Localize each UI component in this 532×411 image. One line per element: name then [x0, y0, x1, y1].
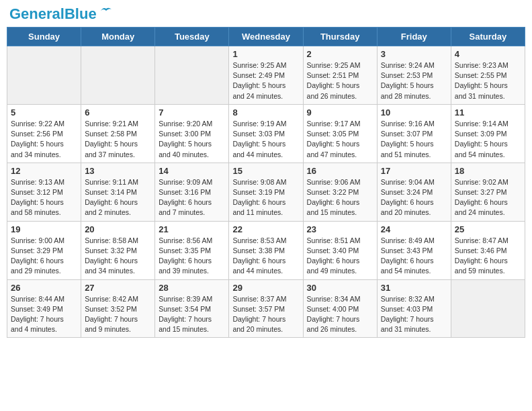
day-header-wednesday: Wednesday: [229, 28, 303, 46]
day-number: 27: [85, 283, 151, 293]
calendar-cell: 22Sunrise: 8:53 AMSunset: 3:38 PMDayligh…: [229, 221, 303, 279]
calendar-cell: 4Sunrise: 9:23 AMSunset: 2:55 PMDaylight…: [451, 46, 525, 105]
page-header: GeneralBlue: [7, 7, 525, 21]
calendar-cell: [451, 279, 525, 338]
logo: GeneralBlue: [9, 7, 113, 21]
calendar-cell: 11Sunrise: 9:14 AMSunset: 3:09 PMDayligh…: [451, 104, 525, 163]
day-info: Sunrise: 9:02 AMSunset: 3:27 PMDaylight:…: [455, 177, 521, 218]
calendar-cell: 13Sunrise: 9:11 AMSunset: 3:14 PMDayligh…: [81, 163, 155, 221]
calendar-cell: 2Sunrise: 9:25 AMSunset: 2:51 PMDaylight…: [303, 46, 377, 105]
calendar-week-row: 5Sunrise: 9:22 AMSunset: 2:56 PMDaylight…: [7, 104, 525, 163]
calendar-cell: 21Sunrise: 8:56 AMSunset: 3:35 PMDayligh…: [155, 221, 229, 279]
calendar-cell: 17Sunrise: 9:04 AMSunset: 3:24 PMDayligh…: [377, 163, 451, 221]
day-number: 1: [232, 49, 299, 59]
day-header-thursday: Thursday: [303, 28, 377, 46]
calendar-cell: 27Sunrise: 8:42 AMSunset: 3:52 PMDayligh…: [81, 279, 155, 338]
day-header-monday: Monday: [81, 28, 155, 46]
calendar-cell: 12Sunrise: 9:13 AMSunset: 3:12 PMDayligh…: [7, 163, 81, 221]
day-number: 21: [159, 224, 225, 234]
calendar-cell: 1Sunrise: 9:25 AMSunset: 2:49 PMDaylight…: [229, 46, 303, 105]
day-number: 3: [381, 49, 447, 59]
day-info: Sunrise: 8:42 AMSunset: 3:52 PMDaylight:…: [85, 294, 151, 335]
calendar-cell: 19Sunrise: 9:00 AMSunset: 3:29 PMDayligh…: [7, 221, 81, 279]
calendar-cell: 14Sunrise: 9:09 AMSunset: 3:16 PMDayligh…: [155, 163, 229, 221]
day-number: 31: [381, 283, 447, 293]
day-info: Sunrise: 9:16 AMSunset: 3:07 PMDaylight:…: [381, 119, 447, 160]
day-number: 10: [381, 107, 447, 118]
calendar-week-row: 12Sunrise: 9:13 AMSunset: 3:12 PMDayligh…: [7, 163, 525, 221]
calendar-cell: 20Sunrise: 8:58 AMSunset: 3:32 PMDayligh…: [81, 221, 155, 279]
day-info: Sunrise: 9:04 AMSunset: 3:24 PMDaylight:…: [381, 177, 447, 218]
day-info: Sunrise: 8:51 AMSunset: 3:40 PMDaylight:…: [307, 236, 373, 277]
day-info: Sunrise: 8:58 AMSunset: 3:32 PMDaylight:…: [85, 236, 151, 277]
day-number: 14: [159, 166, 225, 176]
day-info: Sunrise: 8:37 AMSunset: 3:57 PMDaylight:…: [232, 294, 299, 335]
calendar-cell: 29Sunrise: 8:37 AMSunset: 3:57 PMDayligh…: [229, 279, 303, 338]
day-number: 9: [307, 107, 373, 118]
day-number: 17: [381, 166, 447, 176]
day-info: Sunrise: 9:24 AMSunset: 2:53 PMDaylight:…: [381, 60, 447, 101]
calendar-cell: 28Sunrise: 8:39 AMSunset: 3:54 PMDayligh…: [155, 279, 229, 338]
day-info: Sunrise: 9:19 AMSunset: 3:03 PMDaylight:…: [232, 119, 299, 160]
day-info: Sunrise: 8:53 AMSunset: 3:38 PMDaylight:…: [232, 236, 299, 277]
day-info: Sunrise: 9:23 AMSunset: 2:55 PMDaylight:…: [455, 60, 521, 101]
calendar-cell: [155, 46, 229, 105]
day-info: Sunrise: 8:49 AMSunset: 3:43 PMDaylight:…: [381, 236, 447, 277]
day-info: Sunrise: 9:20 AMSunset: 3:00 PMDaylight:…: [159, 119, 225, 160]
day-info: Sunrise: 9:09 AMSunset: 3:16 PMDaylight:…: [159, 177, 225, 218]
calendar-cell: [7, 46, 81, 105]
day-number: 30: [307, 283, 373, 293]
day-number: 5: [11, 107, 77, 118]
calendar-cell: 31Sunrise: 8:32 AMSunset: 4:03 PMDayligh…: [377, 279, 451, 338]
day-number: 12: [11, 166, 77, 176]
calendar-cell: 15Sunrise: 9:08 AMSunset: 3:19 PMDayligh…: [229, 163, 303, 221]
day-info: Sunrise: 9:17 AMSunset: 3:05 PMDaylight:…: [307, 119, 373, 160]
calendar-week-row: 26Sunrise: 8:44 AMSunset: 3:49 PMDayligh…: [7, 279, 525, 338]
day-info: Sunrise: 9:06 AMSunset: 3:22 PMDaylight:…: [307, 177, 373, 218]
calendar-cell: 24Sunrise: 8:49 AMSunset: 3:43 PMDayligh…: [377, 221, 451, 279]
day-number: 4: [455, 49, 521, 59]
day-header-tuesday: Tuesday: [155, 28, 229, 46]
calendar-cell: 8Sunrise: 9:19 AMSunset: 3:03 PMDaylight…: [229, 104, 303, 163]
calendar-cell: 5Sunrise: 9:22 AMSunset: 2:56 PMDaylight…: [7, 104, 81, 163]
day-number: 25: [455, 224, 521, 234]
day-number: 23: [307, 224, 373, 234]
day-number: 19: [11, 224, 77, 234]
calendar-cell: 10Sunrise: 9:16 AMSunset: 3:07 PMDayligh…: [377, 104, 451, 163]
day-info: Sunrise: 8:39 AMSunset: 3:54 PMDaylight:…: [159, 294, 225, 335]
day-number: 7: [159, 107, 225, 118]
day-info: Sunrise: 9:21 AMSunset: 2:58 PMDaylight:…: [85, 119, 151, 160]
day-info: Sunrise: 9:00 AMSunset: 3:29 PMDaylight:…: [11, 236, 77, 277]
calendar-week-row: 19Sunrise: 9:00 AMSunset: 3:29 PMDayligh…: [7, 221, 525, 279]
calendar-cell: [81, 46, 155, 105]
day-info: Sunrise: 8:56 AMSunset: 3:35 PMDaylight:…: [159, 236, 225, 277]
calendar-table: SundayMondayTuesdayWednesdayThursdayFrid…: [7, 27, 525, 338]
day-info: Sunrise: 8:34 AMSunset: 4:00 PMDaylight:…: [307, 294, 373, 335]
calendar-cell: 6Sunrise: 9:21 AMSunset: 2:58 PMDaylight…: [81, 104, 155, 163]
day-header-friday: Friday: [377, 28, 451, 46]
day-info: Sunrise: 8:32 AMSunset: 4:03 PMDaylight:…: [381, 294, 447, 335]
day-info: Sunrise: 9:25 AMSunset: 2:49 PMDaylight:…: [232, 60, 299, 101]
logo-text: GeneralBlue: [9, 7, 97, 21]
day-number: 15: [232, 166, 299, 176]
day-number: 6: [85, 107, 151, 118]
calendar-cell: 9Sunrise: 9:17 AMSunset: 3:05 PMDaylight…: [303, 104, 377, 163]
calendar-cell: 3Sunrise: 9:24 AMSunset: 2:53 PMDaylight…: [377, 46, 451, 105]
calendar-cell: 23Sunrise: 8:51 AMSunset: 3:40 PMDayligh…: [303, 221, 377, 279]
day-number: 28: [159, 283, 225, 293]
calendar-header-row: SundayMondayTuesdayWednesdayThursdayFrid…: [7, 28, 525, 46]
day-number: 22: [232, 224, 299, 234]
day-number: 11: [455, 107, 521, 118]
calendar-cell: 16Sunrise: 9:06 AMSunset: 3:22 PMDayligh…: [303, 163, 377, 221]
day-info: Sunrise: 9:08 AMSunset: 3:19 PMDaylight:…: [232, 177, 299, 218]
day-info: Sunrise: 9:22 AMSunset: 2:56 PMDaylight:…: [11, 119, 77, 160]
day-number: 16: [307, 166, 373, 176]
calendar-week-row: 1Sunrise: 9:25 AMSunset: 2:49 PMDaylight…: [7, 46, 525, 105]
day-info: Sunrise: 8:47 AMSunset: 3:46 PMDaylight:…: [455, 236, 521, 277]
day-number: 18: [455, 166, 521, 176]
day-number: 13: [85, 166, 151, 176]
day-number: 26: [11, 283, 77, 293]
calendar-cell: 30Sunrise: 8:34 AMSunset: 4:00 PMDayligh…: [303, 279, 377, 338]
calendar-cell: 18Sunrise: 9:02 AMSunset: 3:27 PMDayligh…: [451, 163, 525, 221]
day-header-sunday: Sunday: [7, 28, 81, 46]
